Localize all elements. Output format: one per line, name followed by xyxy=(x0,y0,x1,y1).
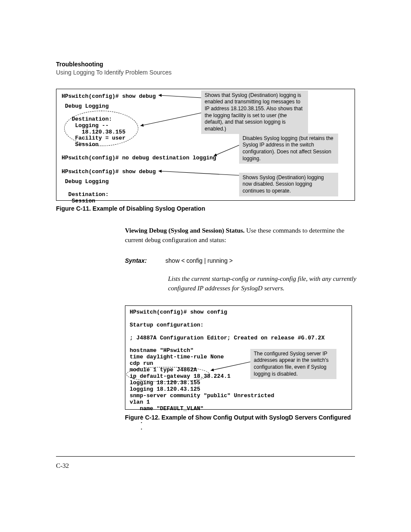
body-heading: Viewing Debug (Syslog and Session) Statu… xyxy=(125,227,245,234)
document-page: Troubleshooting Using Logging To Identif… xyxy=(0,0,411,532)
terminal-line: HPswitch(config)# show debug xyxy=(62,93,156,100)
body-paragraph: Viewing Debug (Syslog and Session) Statu… xyxy=(125,226,349,245)
terminal-line: HPswitch(config)# no debug destination l… xyxy=(62,155,216,162)
dashed-highlight-icon xyxy=(64,111,138,146)
annotation-box: Disables Syslog logging (but retains the… xyxy=(239,134,338,164)
header-subtitle: Using Logging To Identify Problem Source… xyxy=(56,68,355,77)
page-header: Troubleshooting Using Logging To Identif… xyxy=(56,60,355,77)
annotation-box: Shows Syslog (Destination) logging now d… xyxy=(239,173,338,196)
svg-line-2 xyxy=(214,145,239,156)
syntax-row: Syntax: show < config | running > xyxy=(125,257,355,264)
figure-c12-box: HPswitch(config)# show config Startup co… xyxy=(125,305,352,410)
svg-line-3 xyxy=(159,171,239,175)
terminal-line: HPswitch(config)# show debug xyxy=(62,169,156,175)
figure-c11-box: HPswitch(config)# show debug Debug Loggi… xyxy=(56,89,355,201)
syntax-label: Syntax: xyxy=(125,257,147,264)
svg-line-1 xyxy=(140,113,201,126)
footer-rule xyxy=(56,456,355,457)
svg-line-0 xyxy=(159,95,201,98)
dashed-highlight-icon xyxy=(126,367,210,382)
syntax-description: Lists the current startup-config or runn… xyxy=(168,274,358,293)
figure-c11-caption: Figure C-11. Example of Disabling Syslog… xyxy=(56,205,355,212)
header-title: Troubleshooting xyxy=(56,60,355,68)
page-number: C-32 xyxy=(56,462,69,470)
annotation-box: The configured Syslog server IP addresse… xyxy=(250,349,336,379)
syntax-command: show < config | running > xyxy=(165,257,233,264)
annotation-box: Shows that Syslog (Destination) logging … xyxy=(201,90,308,134)
terminal-block: Debug Logging Destination: Session xyxy=(62,179,109,205)
